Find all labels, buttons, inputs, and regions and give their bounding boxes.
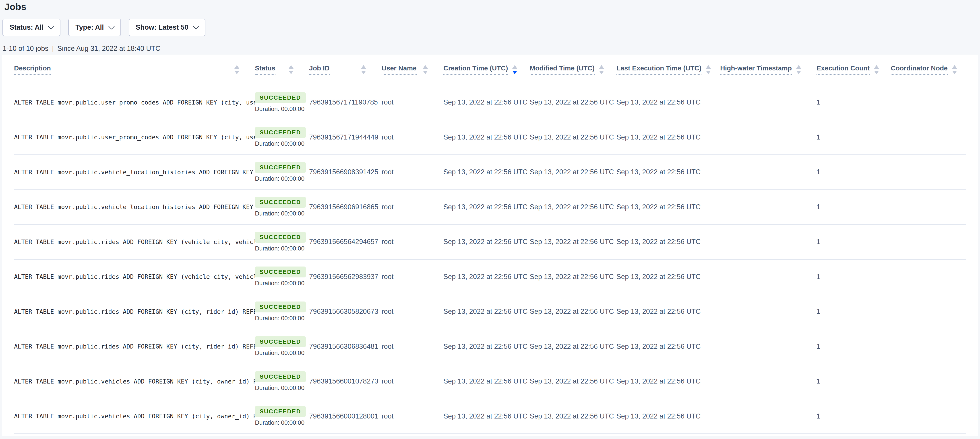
column-header-creation-time[interactable]: Creation Time (UTC) <box>443 55 530 85</box>
sort-icon[interactable] <box>234 65 239 74</box>
execution-count-cell: 1 <box>816 260 891 294</box>
chevron-down-icon <box>108 24 115 30</box>
type-filter-label: Type: All <box>75 24 104 32</box>
modified-time-cell: Sep 13, 2022 at 22:56 UTC <box>530 225 616 259</box>
high-water-timestamp-cell <box>720 330 816 364</box>
job-description-cell[interactable]: ALTER TABLE movr.public.rides ADD FOREIG… <box>14 260 255 294</box>
job-duration: Duration: 00:00:00 <box>255 350 304 357</box>
show-filter-dropdown[interactable]: Show: Latest 50 <box>129 19 205 36</box>
column-header-last-execution-time[interactable]: Last Execution Time (UTC) <box>616 55 720 85</box>
last-execution-time-cell: Sep 13, 2022 at 22:56 UTC <box>616 155 720 189</box>
table-row: ALTER TABLE movr.public.user_promo_codes… <box>14 85 966 120</box>
sort-icon[interactable] <box>289 65 294 74</box>
creation-time-cell: Sep 13, 2022 at 22:56 UTC <box>443 225 530 259</box>
coordinator-node-cell <box>891 399 966 434</box>
coordinator-node-cell <box>891 190 966 224</box>
column-header-status[interactable]: Status <box>255 55 309 85</box>
last-execution-time-cell: Sep 13, 2022 at 22:56 UTC <box>616 364 720 399</box>
coordinator-node-cell <box>891 155 966 189</box>
sort-icon[interactable] <box>952 65 957 74</box>
column-header-user-name[interactable]: User Name <box>382 55 443 85</box>
modified-time-cell: Sep 13, 2022 at 22:56 UTC <box>530 85 616 120</box>
job-duration: Duration: 00:00:00 <box>255 245 304 252</box>
job-duration: Duration: 00:00:00 <box>255 106 304 113</box>
job-id-cell: 796391567171190785 <box>309 85 382 120</box>
execution-count-cell: 1 <box>816 294 891 329</box>
sort-icon-active-desc[interactable] <box>512 65 517 74</box>
last-execution-time-cell: Sep 13, 2022 at 22:56 UTC <box>616 294 720 329</box>
modified-time-cell: Sep 13, 2022 at 22:56 UTC <box>530 120 616 155</box>
show-filter-label: Show: Latest 50 <box>136 24 188 32</box>
job-id-cell: 796391566305820673 <box>309 294 382 329</box>
job-status-cell: SUCCEEDED Duration: 00:00:00 <box>255 260 309 294</box>
sort-icon[interactable] <box>706 65 711 74</box>
job-id-cell: 796391566562983937 <box>309 260 382 294</box>
job-id-cell: 796391566001078273 <box>309 364 382 399</box>
type-filter-dropdown[interactable]: Type: All <box>68 19 121 36</box>
table-row: ALTER TABLE movr.public.rides ADD FOREIG… <box>14 225 966 260</box>
job-description-cell[interactable]: ALTER TABLE movr.public.user_promo_codes… <box>14 85 255 120</box>
job-duration: Duration: 00:00:00 <box>255 315 304 322</box>
job-description-cell[interactable]: ALTER TABLE movr.public.vehicles ADD FOR… <box>14 364 255 399</box>
sort-icon[interactable] <box>796 65 801 74</box>
last-execution-time-cell: Sep 13, 2022 at 22:56 UTC <box>616 330 720 364</box>
creation-time-cell: Sep 13, 2022 at 22:56 UTC <box>443 294 530 329</box>
high-water-timestamp-cell <box>720 399 816 434</box>
status-filter-dropdown[interactable]: Status: All <box>2 19 60 36</box>
execution-count-cell: 1 <box>816 399 891 434</box>
coordinator-node-cell <box>891 225 966 259</box>
last-execution-time-cell: Sep 13, 2022 at 22:56 UTC <box>616 225 720 259</box>
user-name-cell: root <box>382 155 443 189</box>
status-badge: SUCCEEDED <box>255 266 306 277</box>
last-execution-time-cell: Sep 13, 2022 at 22:56 UTC <box>616 260 720 294</box>
status-badge: SUCCEEDED <box>255 232 306 242</box>
job-description-cell[interactable]: ALTER TABLE movr.public.rides ADD FOREIG… <box>14 225 255 259</box>
table-row: ALTER TABLE movr.public.user_promo_codes… <box>14 120 966 155</box>
job-status-cell: SUCCEEDED Duration: 00:00:00 <box>255 85 309 120</box>
column-header-coordinator-node[interactable]: Coordinator Node <box>891 55 966 85</box>
column-header-execution-count[interactable]: Execution Count <box>816 55 891 85</box>
creation-time-cell: Sep 13, 2022 at 22:56 UTC <box>443 330 530 364</box>
execution-count-cell: 1 <box>816 120 891 155</box>
job-description-cell[interactable]: ALTER TABLE movr.public.user_promo_codes… <box>14 120 255 155</box>
execution-count-cell: 1 <box>816 85 891 120</box>
job-description-cell[interactable]: ALTER TABLE movr.public.vehicle_location… <box>14 190 255 224</box>
coordinator-node-cell <box>891 260 966 294</box>
high-water-timestamp-cell <box>720 260 816 294</box>
high-water-timestamp-cell <box>720 364 816 399</box>
status-badge: SUCCEEDED <box>255 127 306 138</box>
sort-icon[interactable] <box>361 65 366 74</box>
job-duration: Duration: 00:00:00 <box>255 280 304 287</box>
sort-icon[interactable] <box>874 65 879 74</box>
job-id-cell: 796391566908391425 <box>309 155 382 189</box>
last-execution-time-cell: Sep 13, 2022 at 22:56 UTC <box>616 399 720 434</box>
column-header-job-id[interactable]: Job ID <box>309 55 382 85</box>
column-header-high-water-timestamp[interactable]: High-water Timestamp <box>720 55 816 85</box>
high-water-timestamp-cell <box>720 225 816 259</box>
since-timestamp: Since Aug 31, 2022 at 18:40 UTC <box>57 44 161 52</box>
user-name-cell: root <box>382 399 443 434</box>
job-description-cell[interactable]: ALTER TABLE movr.public.rides ADD FOREIG… <box>14 330 255 364</box>
page-title: Jobs <box>5 0 980 13</box>
job-id-cell: 796391566564294657 <box>309 225 382 259</box>
chevron-down-icon <box>193 24 199 30</box>
status-badge: SUCCEEDED <box>255 371 306 382</box>
status-badge: SUCCEEDED <box>255 406 306 417</box>
column-header-description[interactable]: Description <box>14 55 255 85</box>
high-water-timestamp-cell <box>720 294 816 329</box>
job-description-cell[interactable]: ALTER TABLE movr.public.vehicles ADD FOR… <box>14 399 255 434</box>
status-badge: SUCCEEDED <box>255 92 306 103</box>
job-description-cell[interactable]: ALTER TABLE movr.public.rides ADD FOREIG… <box>14 294 255 329</box>
modified-time-cell: Sep 13, 2022 at 22:56 UTC <box>530 330 616 364</box>
user-name-cell: root <box>382 294 443 329</box>
table-row: ALTER TABLE movr.public.vehicles ADD FOR… <box>14 399 966 434</box>
filter-bar: Status: All Type: All Show: Latest 50 <box>2 19 980 36</box>
job-id-cell: 796391567171944449 <box>309 120 382 155</box>
coordinator-node-cell <box>891 330 966 364</box>
sort-icon[interactable] <box>423 65 428 74</box>
execution-count-cell: 1 <box>816 330 891 364</box>
job-status-cell: SUCCEEDED Duration: 00:00:00 <box>255 294 309 329</box>
sort-icon[interactable] <box>599 65 604 74</box>
column-header-modified-time[interactable]: Modified Time (UTC) <box>530 55 616 85</box>
job-description-cell[interactable]: ALTER TABLE movr.public.vehicle_location… <box>14 155 255 189</box>
